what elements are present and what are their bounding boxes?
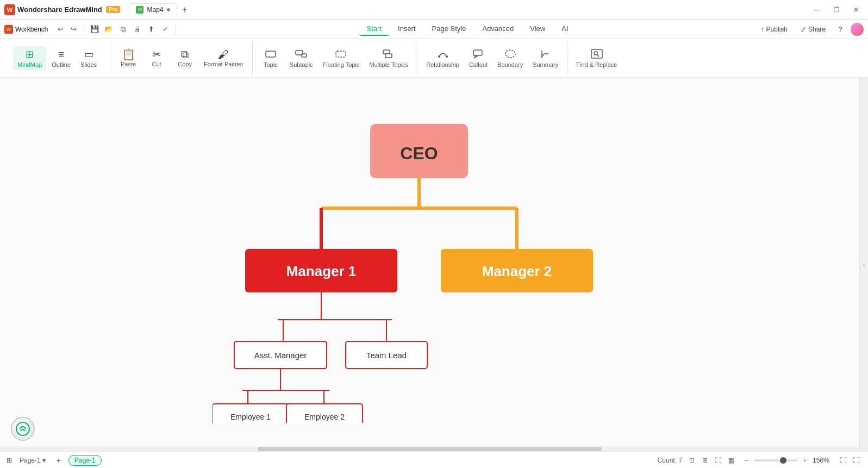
minimize-button[interactable]: — bbox=[809, 4, 825, 15]
workbench-button[interactable]: W Workbench bbox=[4, 25, 48, 34]
workbench-label: Workbench bbox=[15, 26, 48, 33]
boundary-label: Boundary bbox=[497, 61, 523, 68]
fit-window-button[interactable]: ⛶ bbox=[838, 455, 848, 466]
mindmap-icon: ⊞ bbox=[26, 48, 34, 60]
find-replace-label: Find & Replace bbox=[576, 61, 617, 68]
floating-topic-icon bbox=[335, 49, 347, 60]
menu-insert[interactable]: Insert bbox=[390, 22, 423, 36]
summary-icon bbox=[540, 49, 552, 60]
view-icon-fit[interactable]: ⛶ bbox=[713, 455, 723, 466]
redo-button[interactable]: ↪ bbox=[67, 23, 79, 35]
page-selector-arrow: ▾ bbox=[42, 457, 46, 464]
paste-icon: 📋 bbox=[122, 49, 135, 60]
view-icon-grid[interactable]: ▦ bbox=[726, 455, 736, 466]
canvas-scrollbar-thumb[interactable] bbox=[258, 447, 601, 451]
canvas-scrollbar[interactable] bbox=[0, 446, 859, 452]
toolbar-find-section: Find & Replace bbox=[567, 41, 626, 75]
multiple-topics-icon bbox=[383, 49, 395, 60]
view-mode-icons: ⊡ ⊞ ⛶ ▦ bbox=[686, 455, 736, 466]
publish-button[interactable]: ↑ Publish bbox=[757, 24, 792, 35]
view-icon-dual[interactable]: ⊞ bbox=[700, 455, 710, 466]
cut-label: Cut bbox=[152, 61, 161, 67]
collapse-arrow-icon: ‹ bbox=[863, 262, 865, 268]
svg-point-9 bbox=[505, 50, 515, 58]
relationship-button[interactable]: Relationship bbox=[422, 47, 464, 70]
format-painter-button[interactable]: 🖌 Format Painter bbox=[199, 47, 248, 70]
app-logo: W Wondershare EdrawMind Pro bbox=[4, 4, 120, 15]
menu-view[interactable]: View bbox=[522, 22, 553, 36]
new-tab-button[interactable]: + bbox=[178, 3, 191, 16]
open-button[interactable]: 📂 bbox=[103, 23, 115, 35]
floating-topic-button[interactable]: Floating Topic bbox=[319, 47, 364, 70]
subtopic-icon bbox=[295, 49, 307, 60]
zoom-in-button[interactable]: + bbox=[800, 455, 810, 466]
topic-label: Topic bbox=[264, 61, 278, 68]
mindmap-label: MindMap bbox=[17, 61, 42, 68]
manager2-label: Manager 2 bbox=[482, 263, 552, 279]
menu-page-style[interactable]: Page Style bbox=[424, 22, 474, 36]
menu-items: Start Insert Page Style Advanced View AI bbox=[180, 22, 754, 36]
canvas-area[interactable]: CEO Manager 1 Manager 2 bbox=[0, 78, 859, 452]
menu-start[interactable]: Start bbox=[359, 22, 389, 36]
duplicate-button[interactable]: ⧉ bbox=[117, 23, 129, 35]
tab-map4[interactable]: M Map4 bbox=[129, 3, 177, 16]
multiple-topics-button[interactable]: Multiple Topics bbox=[365, 47, 413, 70]
toolbar: ⊞ MindMap ≡ Outline ▭ Slides 📋 Paste ✂ C… bbox=[0, 39, 868, 78]
boundary-button[interactable]: Boundary bbox=[493, 47, 527, 70]
close-button[interactable]: ✕ bbox=[848, 4, 864, 15]
find-replace-icon bbox=[591, 49, 603, 60]
view-group-buttons: ⊞ MindMap ≡ Outline ▭ Slides bbox=[13, 46, 101, 70]
save-button[interactable]: 💾 bbox=[89, 23, 101, 35]
paste-button[interactable]: 📋 Paste bbox=[115, 47, 142, 70]
workbench-icon: W bbox=[4, 25, 13, 34]
mark-button[interactable]: ✓ bbox=[159, 23, 171, 35]
paste-label: Paste bbox=[121, 61, 136, 67]
copy-label: Copy bbox=[178, 61, 192, 67]
share-button[interactable]: ⤤ Share bbox=[796, 24, 830, 35]
callout-icon bbox=[472, 49, 484, 60]
subtopic-button[interactable]: Subtopic bbox=[285, 47, 317, 70]
zoom-out-button[interactable]: − bbox=[741, 455, 752, 466]
outline-icon: ≡ bbox=[58, 49, 64, 60]
find-replace-button[interactable]: Find & Replace bbox=[572, 47, 621, 70]
view-slides-button[interactable]: ▭ Slides bbox=[76, 46, 101, 70]
right-panel-toggle[interactable]: ‹ bbox=[859, 78, 868, 452]
view-mindmap-button[interactable]: ⊞ MindMap bbox=[13, 46, 46, 70]
fullscreen-button[interactable]: ⛶ bbox=[851, 455, 861, 466]
summary-button[interactable]: Summary bbox=[528, 47, 563, 70]
outline-label: Outline bbox=[52, 61, 71, 68]
help-button[interactable]: ? bbox=[834, 23, 846, 35]
fit-icons: ⛶ ⛶ bbox=[838, 455, 861, 466]
zoom-slider[interactable] bbox=[754, 459, 797, 461]
svg-point-11 bbox=[594, 52, 597, 55]
maximize-button[interactable]: ❐ bbox=[829, 4, 844, 15]
view-outline-button[interactable]: ≡ Outline bbox=[47, 46, 75, 70]
page-selector[interactable]: Page-1 ▾ bbox=[14, 455, 51, 465]
zoom-slider-thumb[interactable] bbox=[780, 457, 786, 464]
topic-button[interactable]: Topic bbox=[257, 47, 284, 70]
menu-advanced[interactable]: Advanced bbox=[474, 22, 521, 36]
print-button[interactable]: 🖨 bbox=[131, 23, 143, 35]
menu-ai[interactable]: AI bbox=[554, 22, 576, 36]
user-avatar[interactable] bbox=[851, 23, 864, 36]
relationship-icon bbox=[437, 49, 449, 60]
history-buttons: ↩ ↪ bbox=[54, 23, 79, 35]
svg-rect-5 bbox=[385, 54, 392, 58]
copy-button[interactable]: ⧉ Copy bbox=[171, 47, 198, 70]
page-controls: ⊞ Page-1 ▾ + bbox=[7, 455, 64, 466]
view-icon-single[interactable]: ⊡ bbox=[686, 455, 697, 466]
org-chart-svg: CEO Manager 1 Manager 2 bbox=[213, 108, 647, 423]
slides-icon: ▭ bbox=[84, 48, 93, 60]
page-panel-button[interactable]: ⊞ bbox=[7, 457, 12, 464]
add-page-button[interactable]: + bbox=[53, 455, 64, 466]
page-tab-1[interactable]: Page-1 bbox=[68, 455, 102, 466]
export-button[interactable]: ⬆ bbox=[145, 23, 157, 35]
undo-button[interactable]: ↩ bbox=[54, 23, 66, 35]
format-painter-icon: 🖌 bbox=[218, 49, 229, 60]
cut-button[interactable]: ✂ Cut bbox=[143, 47, 170, 70]
app-logo-icon: W bbox=[4, 4, 15, 15]
main-area: CEO Manager 1 Manager 2 bbox=[0, 78, 868, 452]
menu-bar: W Workbench ↩ ↪ 💾 📂 ⧉ 🖨 ⬆ ✓ Start Insert… bbox=[0, 20, 868, 39]
callout-button[interactable]: Callout bbox=[465, 47, 492, 70]
svg-rect-3 bbox=[336, 51, 346, 57]
